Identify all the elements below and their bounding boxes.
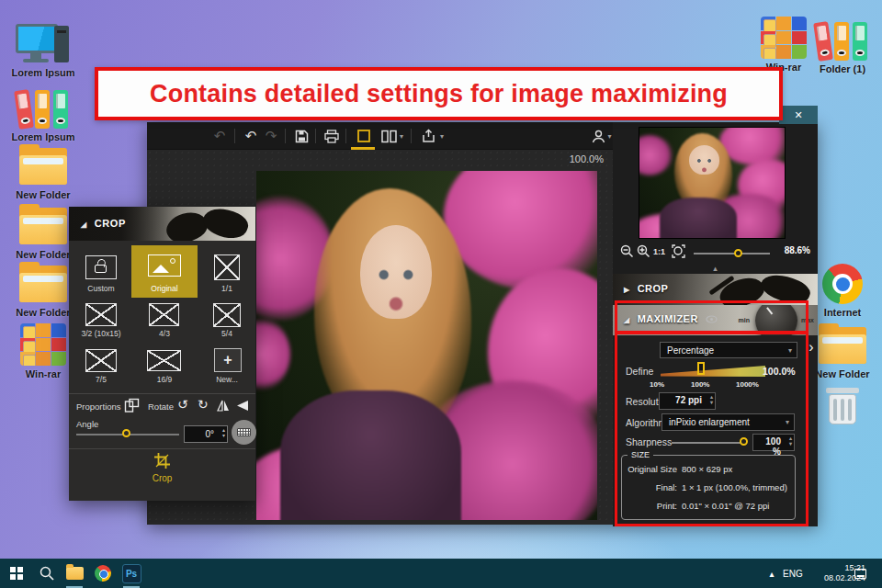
folder-icon (17, 266, 69, 304)
spinner-icons[interactable]: ▴▾ (789, 435, 792, 447)
resolution-value: 72 ppi (675, 395, 702, 405)
resolution-input[interactable]: 72 ppi ▴▾ (659, 392, 716, 410)
tick-1000: 1000% (736, 380, 759, 389)
desktop-icon-binders[interactable]: Lorem Ipsum (5, 86, 82, 142)
winrar-icon (20, 323, 66, 366)
tile-7-5[interactable] (85, 349, 117, 372)
zoom-one-to-one-icon[interactable]: 1:1 (653, 247, 665, 256)
start-button[interactable] (3, 559, 30, 588)
close-icon[interactable]: ✕ (794, 109, 802, 121)
spinner-icons[interactable]: ▴▾ (222, 427, 225, 438)
image-icon (148, 254, 181, 277)
share-icon[interactable]: ▾ (419, 126, 447, 146)
angle-input[interactable]: 0° ▴▾ (184, 425, 228, 443)
split-view-icon[interactable] (379, 126, 399, 146)
tile-custom[interactable] (85, 255, 117, 279)
tile-4-3[interactable] (149, 303, 179, 326)
save-icon[interactable] (291, 126, 311, 146)
rotate-label: Rotate (148, 401, 174, 412)
tray-expand-chevron[interactable]: ▴ (764, 559, 779, 588)
size-row-original: Original Size800 × 629 px (624, 464, 732, 474)
algorithm-dropdown[interactable]: inPixio enlargement ▾ (662, 413, 795, 431)
annotation-banner-text: Contains detailed settings for image max… (150, 80, 728, 108)
size-group-legend: SIZE (628, 450, 653, 459)
tile-label: Custom (71, 284, 131, 293)
maximizer-collapse-icon[interactable]: ◢ (624, 316, 630, 324)
crop-section-header[interactable]: ▶CROP (613, 274, 818, 305)
crop-panel-collapse-icon[interactable]: ◢ (81, 220, 87, 229)
taskbar-chrome-button[interactable] (89, 559, 117, 588)
navigator-collapse-icon[interactable]: ▴ (613, 265, 818, 274)
taskbar-search-button[interactable] (33, 559, 61, 588)
plus-icon: + (223, 352, 232, 368)
sharpness-handle[interactable] (740, 437, 748, 446)
rotate-ccw-icon[interactable]: ↺ (177, 397, 188, 412)
windows-logo-icon (10, 567, 23, 580)
annotation-banner: Contains detailed settings for image max… (95, 67, 783, 120)
navigator-zoom-slider[interactable] (694, 253, 770, 254)
winrar-icon (761, 17, 807, 59)
desktop-icon-computer[interactable]: Lorem Ipsum (5, 24, 82, 78)
taskbar: Ps ▴ ENG 15:21 08.02.2024 (0, 559, 882, 588)
sharpness-slider[interactable] (672, 442, 745, 444)
split-view-chevron-icon[interactable]: ▾ (397, 126, 406, 146)
desktop-icon-folder-1[interactable]: New Folder (5, 148, 82, 200)
crop-apply-button[interactable]: Crop (69, 453, 255, 483)
crop-section-expand-icon[interactable]: ▶ (624, 286, 630, 294)
maximizer-title: MAXIMIZER (638, 313, 698, 324)
notification-center-button[interactable] (854, 559, 866, 588)
file-explorer-icon (66, 567, 84, 580)
folder-icon (817, 327, 868, 366)
tile-label: Original (134, 284, 195, 293)
print-icon[interactable] (322, 126, 342, 146)
photo-main[interactable] (256, 171, 597, 520)
folder-icon (17, 208, 69, 246)
maximizer-settings: Percentage ▾ Define 100.0% 10% 100% 1000… (613, 335, 818, 526)
define-slider-handle[interactable] (697, 362, 705, 375)
crop-panel-header[interactable]: ◢CROP (69, 207, 255, 241)
taskbar-explorer-button[interactable] (61, 559, 88, 588)
desktop-icon-label: New Folder (5, 189, 82, 200)
sharpness-input[interactable]: 100 % ▴▾ (752, 434, 795, 451)
tile-label: 5/4 (197, 329, 257, 338)
rotate-cw-icon[interactable]: ↻ (198, 397, 209, 412)
spinner-icons[interactable]: ▴▾ (710, 394, 713, 405)
flip-vertical-icon[interactable] (236, 400, 249, 414)
angle-label: Angle (76, 419, 98, 429)
crop-button-label: Crop (69, 473, 255, 483)
search-icon (40, 566, 54, 581)
navigator-thumbnail[interactable] (639, 127, 786, 239)
desktop-icon-label: Folder (1) (804, 63, 881, 74)
tile-16-9[interactable] (147, 350, 181, 371)
back-icon[interactable]: ↶ (209, 126, 230, 146)
navigator-zoom-row: 1:1 88.6% (613, 242, 818, 266)
taskbar-photoshop-button[interactable]: Ps (118, 559, 145, 588)
zoom-in-icon[interactable] (637, 244, 650, 262)
tile-new[interactable]: + (214, 348, 242, 372)
proportions-label: Proportions (76, 401, 121, 412)
tile-5-4[interactable] (213, 303, 241, 327)
panel-collapse-chevron-icon[interactable]: › (805, 338, 818, 358)
account-icon[interactable]: ▾ (588, 126, 616, 146)
flip-horizontal-icon[interactable] (217, 400, 230, 414)
undo-icon[interactable]: ↶ (241, 126, 261, 146)
language-indicator[interactable]: ENG (783, 559, 803, 588)
desktop-icon-folder-1-binders[interactable]: Folder (1) (804, 18, 881, 74)
desktop-icon-label: Lorem Ipsum (5, 131, 82, 142)
tile-1-1[interactable] (214, 254, 240, 280)
define-slider[interactable] (661, 366, 765, 377)
unit-dropdown[interactable]: Percentage ▾ (660, 342, 797, 358)
redo-icon[interactable]: ↷ (261, 126, 281, 146)
single-view-icon[interactable] (354, 126, 374, 146)
chevron-down-icon: ▾ (786, 418, 789, 426)
chrome-icon (822, 264, 863, 304)
navigator-zoom-handle[interactable] (734, 249, 742, 257)
tile-3-2[interactable] (85, 303, 117, 326)
zoom-fit-icon[interactable] (672, 244, 685, 262)
proportions-swap-icon[interactable] (124, 398, 140, 416)
angle-slider-handle[interactable] (122, 429, 130, 437)
canvas-zoom-label: 100.0% (570, 153, 604, 164)
tick-100: 100% (691, 380, 709, 389)
size-row-final: Final:1 × 1 px (100.0%, trimmed) (624, 482, 787, 492)
zoom-out-icon[interactable] (620, 244, 634, 262)
